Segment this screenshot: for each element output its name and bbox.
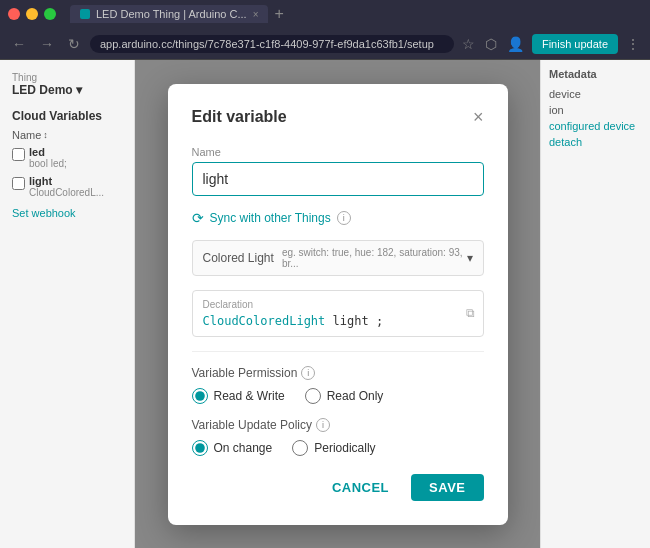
modal-title: Edit variable — [192, 108, 287, 126]
periodically-text: Periodically — [314, 441, 375, 455]
edit-variable-modal: Edit variable × Name ⟳ Sync with other T… — [168, 84, 508, 525]
read-only-text: Read Only — [327, 389, 384, 403]
bookmark-icon[interactable]: ☆ — [460, 34, 477, 54]
read-write-radio[interactable] — [192, 388, 208, 404]
dropdown-hint: eg. switch: true, hue: 182, saturation: … — [282, 247, 467, 269]
traffic-light-yellow[interactable] — [26, 8, 38, 20]
titlebar: LED Demo Thing | Arduino C... × + — [0, 0, 650, 28]
save-button[interactable]: SAVE — [411, 474, 483, 501]
modal-header: Edit variable × — [192, 108, 484, 126]
name-form-group: Name — [192, 146, 484, 196]
menu-icon[interactable]: ⋮ — [624, 34, 642, 54]
active-tab[interactable]: LED Demo Thing | Arduino C... × — [70, 5, 268, 23]
dropdown-value: Colored Light — [203, 251, 274, 265]
ion-label: ion — [549, 104, 642, 116]
right-panel: Metadata device ion configured device de… — [540, 60, 650, 548]
table-row: led bool led; — [6, 143, 128, 172]
tab-favicon — [80, 9, 90, 19]
read-write-text: Read & Write — [214, 389, 285, 403]
var-checkbox-led[interactable] — [12, 148, 25, 161]
chevron-down-icon: ▾ — [467, 251, 473, 265]
modal-overlay: Edit variable × Name ⟳ Sync with other T… — [135, 60, 540, 548]
sync-row: ⟳ Sync with other Things i — [192, 210, 484, 226]
var-checkbox-light[interactable] — [12, 177, 25, 190]
periodically-radio[interactable] — [292, 440, 308, 456]
traffic-light-red[interactable] — [8, 8, 20, 20]
back-button[interactable]: ← — [8, 34, 30, 54]
sidebar: Thing LED Demo ▾ Cloud Variables Name ↕ … — [0, 60, 135, 548]
detach-label[interactable]: detach — [549, 136, 642, 148]
cast-icon[interactable]: ⬡ — [483, 34, 499, 54]
configured-device: configured device — [549, 120, 642, 132]
traffic-light-green[interactable] — [44, 8, 56, 20]
divider — [192, 351, 484, 352]
permission-section: Variable Permission i Read & Write Read … — [192, 366, 484, 404]
sidebar-thing: Thing LED Demo ▾ — [0, 68, 134, 101]
code-type: CloudColoredLight — [203, 314, 326, 328]
thing-name: LED Demo ▾ — [12, 83, 122, 97]
address-input[interactable] — [90, 35, 454, 53]
read-only-label[interactable]: Read Only — [305, 388, 384, 404]
sync-label[interactable]: Sync with other Things — [210, 211, 331, 225]
addressbar: ← → ↻ ☆ ⬡ 👤 Finish update ⋮ — [0, 28, 650, 60]
tab-close-icon[interactable]: × — [253, 9, 259, 20]
modal-close-button[interactable]: × — [473, 108, 484, 126]
device-label: device — [549, 88, 642, 100]
permission-radio-group: Read & Write Read Only — [192, 388, 484, 404]
update-policy-title: Variable Update Policy i — [192, 418, 484, 432]
declaration-box: Declaration CloudColoredLight light ; ⧉ — [192, 290, 484, 337]
tab-label: LED Demo Thing | Arduino C... — [96, 8, 247, 20]
new-tab-button[interactable]: + — [274, 5, 283, 23]
on-change-label[interactable]: On change — [192, 440, 273, 456]
permission-info-icon[interactable]: i — [301, 366, 315, 380]
sync-icon: ⟳ — [192, 210, 204, 226]
on-change-text: On change — [214, 441, 273, 455]
permission-title: Variable Permission i — [192, 366, 484, 380]
declaration-code: CloudColoredLight light ; — [203, 314, 473, 328]
table-row: light CloudColoredL... — [6, 172, 128, 201]
metadata-label: Metadata — [549, 68, 642, 80]
read-write-label[interactable]: Read & Write — [192, 388, 285, 404]
modal-footer: CANCEL SAVE — [192, 474, 484, 501]
set-webhook-link[interactable]: Set webhook — [0, 201, 134, 225]
table-header: Name ↕ — [6, 127, 128, 143]
cancel-button[interactable]: CANCEL — [320, 474, 401, 501]
sync-info-icon[interactable]: i — [337, 211, 351, 225]
name-input[interactable] — [192, 162, 484, 196]
cloud-vars-table: Name ↕ led bool led; light CloudColoredL… — [0, 127, 134, 201]
cloud-vars-title: Cloud Variables — [0, 101, 134, 127]
center-area: Edit variable × Name ⟳ Sync with other T… — [135, 60, 540, 548]
update-policy-section: Variable Update Policy i On change Perio… — [192, 418, 484, 456]
read-only-radio[interactable] — [305, 388, 321, 404]
declaration-label: Declaration — [203, 299, 473, 310]
chevron-down-icon: ▾ — [76, 83, 82, 97]
update-policy-radio-group: On change Periodically — [192, 440, 484, 456]
code-var: light ; — [333, 314, 384, 328]
thing-label: Thing — [12, 72, 122, 83]
copy-icon[interactable]: ⧉ — [466, 306, 475, 320]
update-policy-info-icon[interactable]: i — [316, 418, 330, 432]
finish-update-button[interactable]: Finish update — [532, 34, 618, 54]
reload-button[interactable]: ↻ — [64, 34, 84, 54]
periodically-label[interactable]: Periodically — [292, 440, 375, 456]
forward-button[interactable]: → — [36, 34, 58, 54]
profile-icon[interactable]: 👤 — [505, 34, 526, 54]
on-change-radio[interactable] — [192, 440, 208, 456]
type-dropdown-row: Colored Light eg. switch: true, hue: 182… — [192, 240, 484, 276]
type-dropdown[interactable]: Colored Light eg. switch: true, hue: 182… — [192, 240, 484, 276]
main-content: Thing LED Demo ▾ Cloud Variables Name ↕ … — [0, 60, 650, 548]
name-label: Name — [192, 146, 484, 158]
tab-area: LED Demo Thing | Arduino C... × + — [70, 5, 642, 23]
